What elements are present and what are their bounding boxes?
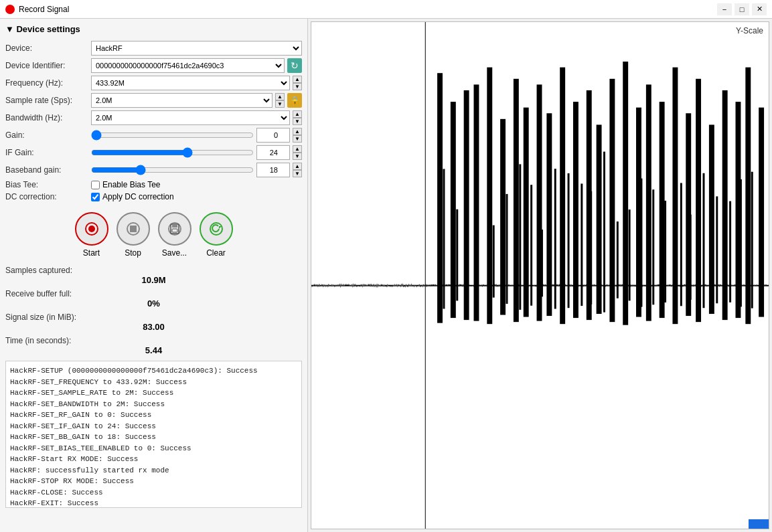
gain-input[interactable] (256, 128, 290, 143)
start-button[interactable]: Start (75, 212, 108, 258)
bandwidth-select[interactable]: 2.0M (91, 110, 290, 125)
bias-tee-row: Enable Bias Tee (91, 180, 302, 189)
svg-rect-22 (546, 113, 552, 316)
svg-rect-32 (672, 68, 678, 325)
baseband-gain-label: Baseband gain: (5, 165, 86, 175)
svg-rect-17 (487, 68, 492, 325)
if-gain-up[interactable]: ▲ (293, 145, 302, 153)
if-gain-input[interactable] (256, 145, 290, 160)
baseband-gain-slider[interactable] (91, 165, 254, 175)
device-settings-header: ▼ Device settings (5, 24, 302, 34)
title-bar-left: Record Signal (5, 5, 69, 14)
if-gain-down[interactable]: ▼ (293, 153, 302, 160)
sample-rate-down[interactable]: ▼ (275, 100, 285, 108)
save-icon (158, 212, 191, 246)
action-buttons: Start Stop (5, 212, 302, 258)
svg-rect-39 (759, 108, 764, 317)
bandwidth-down[interactable]: ▼ (293, 118, 302, 125)
bias-tee-label: Bias Tee: (5, 180, 86, 189)
svg-marker-9 (219, 226, 222, 229)
svg-rect-26 (597, 124, 602, 314)
device-identifier-select[interactable]: 0000000000000000f75461dc2a4690c3 (91, 58, 285, 73)
samples-captured-value: 10.9M (5, 275, 302, 285)
log-line: HackRF-SET_BB_GAIN to 18: Success (10, 432, 297, 443)
gain-down[interactable]: ▼ (293, 135, 302, 143)
close-button[interactable]: ✕ (752, 3, 767, 15)
sample-rate-up[interactable]: ▲ (275, 93, 285, 100)
refresh-button[interactable]: ↻ (287, 58, 302, 73)
gain-slider[interactable] (91, 130, 254, 140)
gain-up[interactable]: ▲ (293, 128, 302, 135)
frequency-down[interactable]: ▼ (293, 83, 302, 90)
svg-rect-14 (451, 102, 456, 318)
baseband-gain-down[interactable]: ▼ (293, 170, 302, 177)
if-gain-spin: ▲ ▼ (293, 145, 302, 160)
svg-rect-34 (696, 79, 701, 322)
svg-point-1 (88, 226, 95, 232)
svg-rect-13 (437, 73, 443, 323)
bandwidth-label: Bandwidth (Hz): (5, 113, 86, 122)
device-identifier-label: Device Identifier: (5, 61, 86, 70)
frequency-row: 433.92M ▲ ▼ (91, 76, 302, 90)
dc-correction-checkbox[interactable] (91, 193, 100, 201)
frequency-spin: ▲ ▼ (293, 76, 302, 90)
clear-button[interactable]: Clear (200, 212, 233, 258)
signal-size-label: Signal size (in MiB): (5, 313, 76, 322)
samples-captured-label: Samples captured: (5, 266, 72, 275)
y-scale-label: Y-Scale (736, 26, 763, 35)
device-settings-title: ▼ Device settings (5, 24, 80, 34)
svg-rect-38 (745, 68, 751, 325)
stats-section: Samples captured: 10.9M Receive buffer f… (5, 266, 302, 355)
device-form: Device: HackRF Device Identifier: 000000… (5, 41, 302, 201)
if-gain-slider[interactable] (91, 148, 254, 157)
svg-rect-31 (660, 102, 665, 318)
dc-correction-row: Apply DC correction (91, 192, 302, 201)
svg-rect-18 (500, 119, 506, 315)
bias-tee-checkbox-label: Enable Bias Tee (102, 180, 161, 189)
svg-rect-20 (524, 108, 529, 317)
if-gain-label: IF Gain: (5, 148, 86, 157)
minimize-button[interactable]: − (717, 3, 732, 15)
frequency-up[interactable]: ▲ (293, 76, 302, 83)
time-label: Time (in seconds): (5, 336, 71, 345)
main-content: ▼ Device settings Device: HackRF Device … (0, 19, 772, 532)
stop-button[interactable]: Stop (117, 212, 150, 258)
receive-buffer-label: Receive buffer full: (5, 289, 72, 298)
log-line: HackRF-SET_BIAS_TEE_ENABLED to 0: Succes… (10, 443, 297, 454)
device-select[interactable]: HackRF (91, 41, 302, 56)
left-panel: ▼ Device settings Device: HackRF Device … (0, 19, 308, 532)
signal-canvas (311, 22, 769, 529)
dc-correction-checkbox-label: Apply DC correction (102, 192, 174, 201)
log-line: HackRF-SET_BANDWIDTH to 2M: Success (10, 399, 297, 410)
frequency-select[interactable]: 433.92M (91, 76, 290, 90)
bandwidth-up[interactable]: ▲ (293, 110, 302, 118)
log-line: HackRF: successfully started rx mode (10, 465, 297, 476)
svg-rect-7 (172, 229, 177, 232)
log-line: HackRF-SET_SAMPLE_RATE to 2M: Success (10, 387, 297, 399)
log-section[interactable]: HackRF-SETUP (0000000000000000f75461dc2a… (5, 361, 302, 508)
log-line: HackRF-SET_FREQUENCY to 433.92M: Success (10, 377, 297, 388)
log-line: HackRF-STOP RX MODE: Success (10, 476, 297, 487)
bias-tee-checkbox[interactable] (91, 181, 100, 189)
start-icon (75, 212, 108, 246)
gain-spin: ▲ ▼ (293, 128, 302, 143)
log-line: HackRF-SET_RF_GAIN to 0: Success (10, 410, 297, 421)
sample-rate-select[interactable]: 2.0M (91, 93, 273, 108)
baseband-gain-up[interactable]: ▲ (293, 163, 302, 170)
svg-rect-27 (609, 79, 615, 322)
baseband-gain-input[interactable] (256, 163, 290, 177)
lock-button[interactable]: 🔒 (287, 93, 302, 108)
log-line: HackRF-EXIT: Success (10, 498, 297, 508)
log-line: HackRF-Start RX MODE: Success (10, 454, 297, 465)
maximize-button[interactable]: □ (735, 3, 749, 15)
stop-icon (117, 212, 150, 246)
svg-rect-28 (623, 62, 628, 325)
baseband-gain-row: ▲ ▼ (91, 163, 302, 177)
save-button[interactable]: Save... (158, 212, 191, 258)
if-gain-row: ▲ ▼ (91, 145, 302, 160)
svg-rect-3 (130, 226, 137, 232)
log-line: HackRF-SETUP (0000000000000000f75461dc2a… (10, 365, 297, 377)
window-title: Record Signal (19, 5, 69, 14)
scrollbar[interactable] (749, 519, 769, 529)
dc-correction-label: DC correction: (5, 192, 86, 201)
